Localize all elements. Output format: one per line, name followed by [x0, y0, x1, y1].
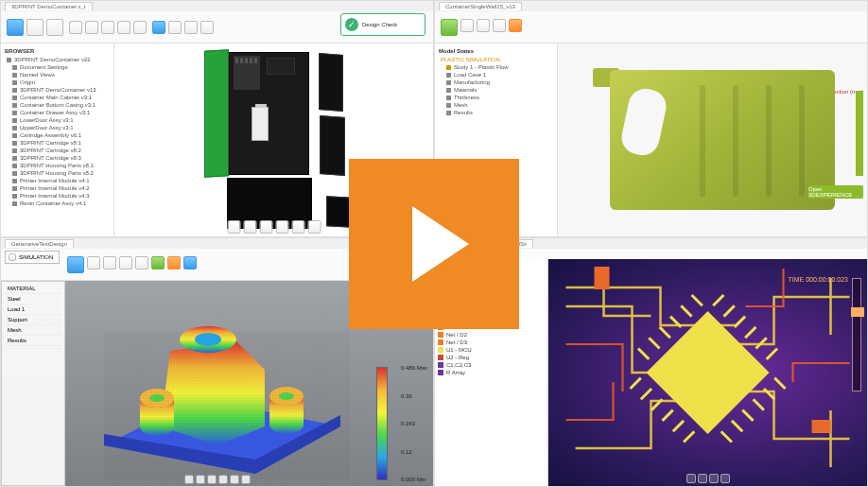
tree-item[interactable]: Container Main Cabinet v3:1 [5, 94, 110, 101]
contacts-icon[interactable] [135, 256, 148, 270]
sketch-icon[interactable] [69, 21, 82, 34]
tree-item[interactable]: Document Settings [5, 63, 110, 71]
tree-item[interactable]: Printer Internal Module v4:3 [5, 192, 110, 200]
svg-line-27 [660, 327, 670, 338]
tree-item[interactable]: Container Drawer Assy v3:1 [5, 109, 110, 116]
results-icon[interactable] [509, 19, 522, 32]
tree-item[interactable]: Materials [439, 86, 553, 94]
compare-icon[interactable] [183, 256, 197, 270]
solve-icon[interactable] [151, 256, 165, 270]
layer-row[interactable]: R Array [438, 369, 545, 376]
tree-root[interactable]: 3DPRINT DemoContainer v22 [5, 56, 110, 63]
window-tab[interactable]: GenerativeTestDesign [5, 239, 74, 248]
grid-icon[interactable] [307, 220, 321, 234]
fit-icon[interactable] [275, 220, 288, 234]
tree-item[interactable]: 3DPRINT Cartridge v8:1 [5, 139, 110, 147]
results-icon[interactable] [167, 256, 181, 270]
revolve-icon[interactable] [101, 21, 114, 34]
zoom-icon[interactable] [259, 220, 272, 234]
materials-icon[interactable] [87, 256, 100, 270]
study-icon[interactable] [441, 19, 458, 36]
color-legend[interactable] [376, 367, 388, 480]
tree-item[interactable]: Printer Internal Module v4:2 [5, 184, 110, 192]
tree-item[interactable]: Results [439, 109, 553, 116]
loads-icon[interactable] [119, 256, 132, 270]
svg-line-30 [774, 378, 785, 389]
hole-icon[interactable] [117, 21, 130, 34]
sim-panel[interactable]: MATERIALSteelLoad 1SupportMeshResults [1, 281, 65, 486]
last-icon[interactable] [230, 475, 239, 484]
workspace-dropdown[interactable]: SIMULATION [5, 251, 60, 264]
zoom-icon[interactable] [709, 474, 719, 483]
new-design-icon[interactable] [7, 19, 24, 36]
tree-item[interactable]: Mesh [439, 101, 553, 109]
tree-item[interactable]: Manufacturing [439, 78, 553, 86]
video-play-button[interactable] [349, 159, 519, 329]
layer-row[interactable]: Net / D2 [438, 331, 545, 339]
play-icon[interactable] [207, 475, 217, 484]
tree-item[interactable]: UpperDoor Assy v3:1 [5, 124, 110, 131]
inspect-icon[interactable] [184, 21, 198, 34]
insert-icon[interactable] [200, 21, 214, 34]
open-icon[interactable] [26, 19, 43, 36]
tree-item[interactable]: 3DPRINT Cartridge v8:2 [5, 147, 110, 154]
layer-row[interactable]: C1,C2,C3 [438, 361, 545, 369]
panel-item[interactable]: Steel [5, 294, 61, 304]
layer-row[interactable]: U1 - MCU [438, 346, 545, 354]
check-icon: ✓ [345, 18, 358, 31]
status-badge[interactable]: ✓ Design Check [340, 13, 425, 36]
panel-item[interactable]: MATERIAL [5, 284, 61, 294]
viewport-3d[interactable]: Warpage Deflection (mm) Open 3DEXPERIENC… [558, 43, 867, 236]
constraints-icon[interactable] [103, 256, 116, 270]
tree-item[interactable]: Origin [5, 78, 110, 86]
tree-item[interactable]: 3DPRINT DemoContainer v13 [5, 86, 110, 94]
extrude-icon[interactable] [85, 21, 98, 34]
tree-item[interactable]: 3DPRINT Housing Parts v8:1 [5, 162, 110, 169]
next-icon[interactable] [218, 475, 228, 484]
window-tab[interactable]: ContainerSingleWall15_v13 [439, 2, 522, 10]
study-icon[interactable] [67, 256, 84, 273]
tree-item[interactable]: Named Views [5, 71, 110, 78]
save-icon[interactable] [46, 19, 63, 36]
fillet-icon[interactable] [133, 21, 147, 34]
tree-item[interactable]: LowerDoor Assy v3:1 [5, 116, 110, 124]
material-icon[interactable] [460, 19, 474, 32]
layer-row[interactable]: U2 - Reg [438, 354, 545, 361]
tree-study[interactable]: Study 1 - Plastic Flow [439, 63, 553, 71]
time-slider[interactable] [852, 278, 861, 391]
panel-item[interactable]: Mesh [5, 325, 61, 336]
tree-item[interactable]: 3DPRINT Cartridge v8:3 [5, 154, 110, 162]
result-scale[interactable] [856, 91, 863, 176]
orbit-icon[interactable] [686, 474, 696, 483]
prev-icon[interactable] [196, 475, 205, 484]
open-cloud-button[interactable]: Open 3DEXPERIENCE [808, 185, 863, 199]
tree-item[interactable]: Cartridge Assembly v6:1 [5, 131, 110, 139]
tree-item[interactable]: Thickness [439, 94, 553, 101]
pan-icon[interactable] [698, 474, 707, 483]
gate-icon[interactable] [477, 19, 490, 32]
panel-item[interactable]: Support [5, 315, 61, 325]
panel-item[interactable]: Results [5, 336, 61, 346]
first-icon[interactable] [184, 475, 194, 484]
tree-item[interactable]: Printer Internal Module v4:1 [5, 177, 110, 184]
orbit-icon[interactable] [227, 220, 240, 234]
loop-icon[interactable] [241, 475, 251, 484]
tree-item[interactable]: Container Bottom Casing v3:1 [5, 101, 110, 109]
tree-item[interactable]: Load Case 1 [439, 71, 553, 78]
panel-item[interactable]: Load 1 [5, 304, 61, 315]
layer-row[interactable]: Net / D3 [438, 339, 545, 346]
joint-icon[interactable] [168, 21, 182, 34]
slider-knob[interactable] [851, 307, 864, 317]
assemble-icon[interactable] [152, 21, 165, 34]
tree-item[interactable]: 3DPRINT Housing Parts v8:2 [5, 169, 110, 177]
window-tab[interactable]: 3DPRINT DemoContainer.x_t [5, 2, 93, 10]
tree-item[interactable]: Resin Container Assy v4:1 [5, 200, 110, 207]
viewport-3d[interactable]: TIME 000:00:00:023 [548, 259, 867, 486]
pan-icon[interactable] [243, 220, 256, 234]
svg-line-21 [662, 410, 672, 421]
solve-icon[interactable] [493, 19, 506, 32]
swatch-icon [438, 347, 443, 353]
fit-icon[interactable] [720, 474, 730, 483]
browser-panel[interactable]: BROWSER 3DPRINT DemoContainer v22 Docume… [1, 43, 114, 236]
display-icon[interactable] [291, 220, 304, 234]
